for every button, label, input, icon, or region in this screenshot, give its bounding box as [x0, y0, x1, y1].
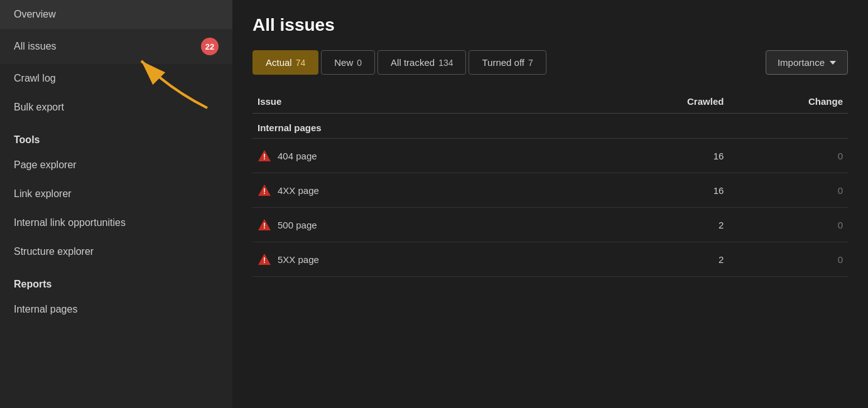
- sidebar-item-label: Link explorer: [14, 188, 72, 199]
- change-value: 0: [729, 139, 848, 173]
- tab-actual-count: 74: [296, 58, 306, 68]
- issue-name: 4XX page: [278, 185, 319, 196]
- sidebar-item-structure-explorer[interactable]: Structure explorer: [0, 237, 232, 266]
- issue-name-cell: ! 5XX page: [252, 242, 610, 277]
- warning-icon: !: [258, 252, 271, 266]
- sidebar-item-internal-pages[interactable]: Internal pages: [0, 295, 232, 324]
- tab-all-tracked-count: 134: [438, 58, 453, 68]
- warning-icon: !: [258, 218, 271, 232]
- tab-turned-off[interactable]: Turned off 7: [469, 50, 546, 75]
- sidebar-item-label: Internal pages: [14, 304, 77, 314]
- crawled-value: 16: [610, 173, 729, 208]
- warning-icon: !: [258, 149, 271, 163]
- issue-name: 5XX page: [278, 254, 319, 265]
- sidebar-item-label: Overview: [14, 9, 56, 19]
- crawled-value: 2: [610, 208, 729, 242]
- sidebar-item-page-explorer[interactable]: Page explorer: [0, 151, 232, 180]
- all-issues-badge: 22: [201, 38, 219, 55]
- sidebar-item-label: All issues: [14, 41, 57, 52]
- tab-new-label: New: [334, 57, 353, 68]
- issues-table: Issue Crawled Change Internal pages ! 40…: [252, 90, 848, 277]
- change-value: 0: [729, 173, 848, 208]
- svg-text:!: !: [263, 187, 266, 196]
- warning-icon: !: [258, 183, 271, 197]
- sidebar-item-label: Page explorer: [14, 159, 77, 170]
- sidebar-item-bulk-export[interactable]: Bulk export: [0, 93, 232, 122]
- issue-name-cell: ! 500 page: [252, 208, 610, 242]
- tab-turned-off-label: Turned off: [482, 57, 524, 68]
- table-row[interactable]: ! 4XX page160: [252, 173, 848, 208]
- sidebar-item-label: Internal link opportunities: [14, 217, 126, 228]
- issue-name: 404 page: [278, 151, 317, 161]
- sidebar-item-crawl-log[interactable]: Crawl log: [0, 64, 232, 93]
- crawled-value: 2: [610, 242, 729, 277]
- col-issue: Issue: [252, 90, 610, 114]
- col-change: Change: [729, 90, 848, 114]
- sidebar-item-label: Crawl log: [14, 73, 56, 83]
- main-content: All issues Actual 74 New 0 All tracked 1…: [232, 0, 868, 408]
- sidebar-item-all-issues[interactable]: All issues 22: [0, 29, 232, 64]
- table-row[interactable]: ! 5XX page20: [252, 242, 848, 277]
- change-value: 0: [729, 208, 848, 242]
- tab-all-tracked-label: All tracked: [391, 57, 435, 68]
- table-row[interactable]: ! 404 page160: [252, 139, 848, 173]
- tab-actual-label: Actual: [266, 57, 292, 68]
- svg-text:!: !: [263, 256, 266, 265]
- svg-text:!: !: [263, 222, 266, 230]
- issue-name: 500 page: [278, 220, 317, 230]
- sidebar-item-link-explorer[interactable]: Link explorer: [0, 180, 232, 208]
- table-row[interactable]: ! 500 page20: [252, 208, 848, 242]
- tab-new-count: 0: [357, 58, 362, 68]
- sidebar: Overview All issues 22 Crawl log Bulk ex…: [0, 0, 232, 408]
- page-title: All issues: [252, 15, 848, 35]
- issue-name-cell: ! 4XX page: [252, 173, 610, 208]
- col-crawled: Crawled: [610, 90, 729, 114]
- tools-section-header: Tools: [0, 122, 232, 151]
- importance-label: Importance: [778, 57, 825, 68]
- sidebar-item-label: Bulk export: [14, 102, 64, 112]
- tab-actual[interactable]: Actual 74: [252, 50, 318, 75]
- sidebar-item-label: Structure explorer: [14, 246, 94, 257]
- chevron-down-icon: [830, 61, 836, 65]
- change-value: 0: [729, 242, 848, 277]
- sidebar-item-internal-link-opportunities[interactable]: Internal link opportunities: [0, 208, 232, 237]
- tabs-row: Actual 74 New 0 All tracked 134 Turned o…: [252, 50, 848, 75]
- sidebar-item-overview[interactable]: Overview: [0, 0, 232, 29]
- reports-section-header: Reports: [0, 266, 232, 295]
- issue-name-cell: ! 404 page: [252, 139, 610, 173]
- svg-text:!: !: [263, 153, 266, 161]
- tab-new[interactable]: New 0: [321, 50, 375, 75]
- table-section-header: Internal pages: [252, 114, 848, 139]
- importance-dropdown[interactable]: Importance: [766, 50, 848, 75]
- tab-all-tracked[interactable]: All tracked 134: [377, 50, 466, 75]
- tab-turned-off-count: 7: [528, 58, 533, 68]
- crawled-value: 16: [610, 139, 729, 173]
